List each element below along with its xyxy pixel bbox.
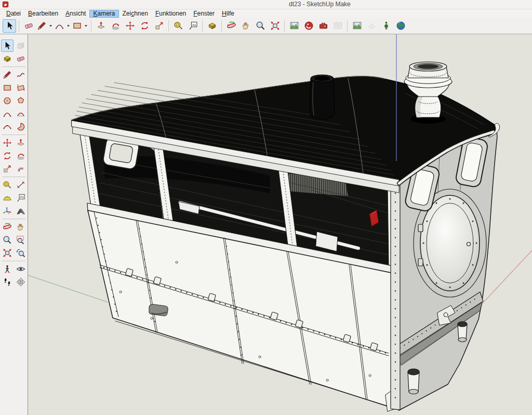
orbit-tool-button[interactable] (224, 19, 238, 33)
photo-textures-button[interactable] (350, 19, 364, 33)
freehand-tool-icon (16, 70, 26, 80)
menu-item-ansicht[interactable]: Ansicht (62, 10, 89, 18)
menu-label-key: A (65, 10, 70, 17)
axes-tool-button[interactable] (1, 205, 14, 217)
tape-measure-tool-button[interactable] (1, 179, 14, 191)
freehand-tool-button[interactable] (15, 69, 27, 81)
section-plane-tool-icon (16, 277, 26, 287)
model-viewport[interactable] (28, 34, 532, 415)
scale-tool-button[interactable] (1, 163, 14, 175)
zoom-window-tool-button[interactable] (15, 234, 27, 246)
look-around-tool-icon (16, 264, 26, 274)
move-tool-button[interactable] (123, 19, 137, 33)
move-tool-button[interactable] (1, 137, 14, 149)
polygon-tool-button[interactable] (15, 95, 27, 107)
eraser-tool-button[interactable] (15, 52, 27, 65)
zoom-tool-button[interactable] (254, 19, 267, 33)
make-component-tool-button[interactable] (15, 39, 27, 52)
pan-tool-button[interactable] (15, 221, 27, 233)
text-tool-button[interactable] (15, 192, 27, 204)
menu-item-fenster[interactable]: Fenster (190, 10, 218, 18)
dimension-tool-button[interactable] (15, 179, 27, 191)
3d-text-tool-button[interactable] (15, 205, 27, 217)
follow-me-tool-button[interactable] (109, 19, 122, 33)
arc-tool-button[interactable] (1, 108, 14, 120)
locomotive-model[interactable] (72, 62, 500, 411)
menu-item-datei[interactable]: Datei (3, 10, 24, 18)
menu-label-post: unktionen (159, 10, 186, 17)
rectangle-tool-icon (72, 20, 83, 31)
zoom-extents-tool-button[interactable] (268, 19, 282, 33)
preview-in-google-earth-button[interactable] (394, 19, 407, 33)
toolbar-separator (91, 20, 91, 32)
component-person-button[interactable] (379, 19, 393, 33)
text-tool-button[interactable] (186, 19, 200, 33)
zoom-previous-tool-icon (16, 248, 26, 258)
get-models-3d-warehouse-icon (303, 20, 314, 31)
zoom-extents-tool-button[interactable] (1, 247, 14, 259)
section-plane-tool-button[interactable] (15, 276, 27, 288)
line-tool-icon (36, 20, 47, 31)
extension-button-button[interactable] (365, 19, 378, 33)
rotate-tool-button[interactable] (1, 150, 14, 162)
eraser-tool-button[interactable] (22, 19, 35, 33)
share-model-button[interactable] (316, 19, 330, 33)
offset-tool-button[interactable] (15, 163, 27, 175)
menu-item-zeichnen[interactable]: Zeichnen (119, 10, 152, 18)
select-tool-button[interactable] (1, 39, 14, 52)
menu-item-kamera[interactable]: Kamera (89, 10, 118, 18)
rotate-tool-button[interactable] (138, 19, 151, 33)
push-pull-tool-icon (16, 138, 26, 148)
position-camera-tool-icon (2, 264, 12, 274)
three-point-arc-tool-button[interactable] (1, 121, 14, 133)
protractor-tool-button[interactable] (1, 192, 14, 204)
rectangle-tool-button[interactable] (72, 19, 88, 33)
line-tool-button[interactable] (1, 69, 14, 81)
pan-tool-button[interactable] (239, 19, 252, 33)
eraser-tool-icon (16, 53, 26, 64)
arc-tool-button[interactable] (54, 19, 71, 33)
add-location-button[interactable] (287, 19, 301, 33)
paint-bucket-tool-icon (2, 53, 12, 64)
menu-item-bearbeiten[interactable]: Bearbeiten (24, 10, 62, 18)
push-pull-tool-button[interactable] (15, 137, 27, 149)
palette-row (0, 69, 28, 81)
walk-tool-button[interactable] (1, 276, 14, 288)
two-point-arc-tool-button[interactable] (15, 108, 27, 120)
arc-tool-icon (2, 109, 12, 119)
toolbar-separator (221, 20, 222, 32)
pie-tool-button[interactable] (15, 121, 27, 133)
arc-tool-icon (54, 20, 65, 31)
get-models-3d-warehouse-button[interactable] (302, 19, 315, 33)
paint-bucket-tool-icon (207, 20, 218, 31)
rectangle-tool-button[interactable] (1, 82, 14, 94)
push-pull-tool-button[interactable] (94, 19, 108, 33)
rotated-rectangle-tool-button[interactable] (15, 82, 27, 94)
zoom-extents-tool-icon (2, 248, 12, 258)
orbit-tool-button[interactable] (1, 221, 14, 233)
drawing-canvas[interactable] (28, 34, 532, 415)
zoom-previous-tool-button[interactable] (15, 247, 27, 259)
select-tool-button[interactable] (3, 19, 16, 33)
palette-row (0, 179, 28, 191)
menu-item-hilfe[interactable]: Hilfe (218, 10, 238, 18)
send-to-layout-button[interactable] (331, 19, 344, 33)
circle-tool-button[interactable] (1, 95, 14, 107)
position-camera-tool-button[interactable] (1, 263, 14, 275)
menu-item-funktionen[interactable]: Funktionen (152, 10, 190, 18)
zoom-tool-icon (2, 235, 12, 245)
scale-tool-button[interactable] (152, 19, 166, 33)
zoom-tool-button[interactable] (1, 234, 14, 246)
palette-row (0, 247, 28, 259)
palette-row (0, 137, 28, 149)
menu-label-post: earbeiten (32, 10, 58, 17)
tape-measure-tool-button[interactable] (171, 19, 185, 33)
orbit-tool-icon (2, 222, 12, 232)
line-tool-button[interactable] (36, 19, 53, 33)
paint-bucket-tool-button[interactable] (205, 19, 219, 33)
front-corner-strip (391, 183, 400, 410)
follow-me-tool-button[interactable] (15, 150, 27, 162)
paint-bucket-tool-button[interactable] (1, 52, 14, 65)
menu-label-key: F (193, 10, 197, 17)
look-around-tool-button[interactable] (15, 263, 27, 275)
